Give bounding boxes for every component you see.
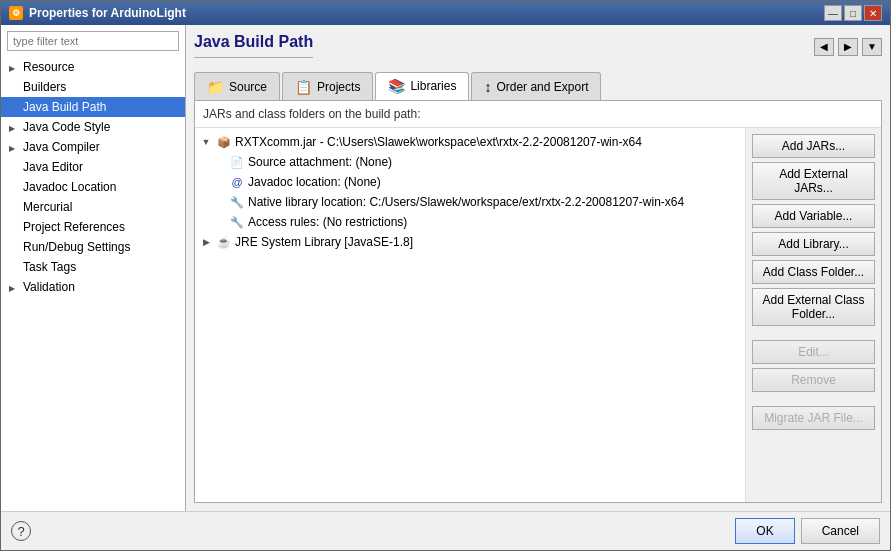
tree-item-javadoc-loc[interactable]: @ Javadoc location: (None)	[195, 172, 745, 192]
javadoc-loc-label: Javadoc location: (None)	[248, 175, 381, 189]
content-area: Resource Builders Java Build Path Java C…	[1, 25, 890, 511]
window-title: Properties for ArduinoLight	[29, 6, 186, 20]
dropdown-button[interactable]: ▼	[862, 38, 882, 56]
ok-button[interactable]: OK	[735, 518, 794, 544]
sidebar-item-label: Java Build Path	[23, 100, 106, 114]
sidebar-item-label: Mercurial	[23, 200, 72, 214]
sidebar-item-label: Validation	[23, 280, 75, 294]
expand-icon	[9, 140, 19, 154]
main-content: Java Build Path ◀ ▶ ▼ 📁 Source 📋 Project…	[186, 25, 890, 511]
sidebar-item-label: Builders	[23, 80, 66, 94]
jar-description: JARs and class folders on the build path…	[195, 101, 881, 128]
title-bar: ⚙ Properties for ArduinoLight — □ ✕	[1, 1, 890, 25]
back-button[interactable]: ◀	[814, 38, 834, 56]
maximize-button[interactable]: □	[844, 5, 862, 21]
sidebar-item-java-compiler[interactable]: Java Compiler	[1, 137, 185, 157]
order-export-icon: ↕	[484, 79, 491, 95]
remove-button[interactable]: Remove	[752, 368, 875, 392]
tree-item-rxtxcomm[interactable]: ▼ 📦 RXTXcomm.jar - C:\Users\Slawek\works…	[195, 132, 745, 152]
forward-button[interactable]: ▶	[838, 38, 858, 56]
sidebar-item-java-editor[interactable]: Java Editor	[1, 157, 185, 177]
tab-source[interactable]: 📁 Source	[194, 72, 280, 100]
sidebar-item-java-build-path[interactable]: Java Build Path	[1, 97, 185, 117]
help-icon[interactable]: ?	[11, 521, 31, 541]
source-attach-icon: 📄	[229, 154, 245, 170]
sidebar-item-label: Javadoc Location	[23, 180, 116, 194]
tab-projects-label: Projects	[317, 80, 360, 94]
tree-area[interactable]: ▼ 📦 RXTXcomm.jar - C:\Users\Slawek\works…	[195, 128, 746, 502]
libraries-icon: 📚	[388, 78, 405, 94]
minimize-button[interactable]: —	[824, 5, 842, 21]
tab-libraries[interactable]: 📚 Libraries	[375, 72, 469, 100]
close-button[interactable]: ✕	[864, 5, 882, 21]
jre-icon: ☕	[216, 234, 232, 250]
edit-button[interactable]: Edit...	[752, 340, 875, 364]
tree-item-native-lib[interactable]: 🔧 Native library location: C:/Users/Slaw…	[195, 192, 745, 212]
tabs: 📁 Source 📋 Projects 📚 Libraries ↕ Order …	[194, 72, 882, 100]
sidebar: Resource Builders Java Build Path Java C…	[1, 25, 186, 511]
jre-label: JRE System Library [JavaSE-1.8]	[235, 235, 413, 249]
sidebar-item-resource[interactable]: Resource	[1, 57, 185, 77]
jar-icon: 📦	[216, 134, 232, 150]
bottom-bar: ? OK Cancel	[1, 511, 890, 550]
add-library-button[interactable]: Add Library...	[752, 232, 875, 256]
sidebar-item-label: Java Compiler	[23, 140, 100, 154]
source-attach-label: Source attachment: (None)	[248, 155, 392, 169]
sidebar-item-javadoc-location[interactable]: Javadoc Location	[1, 177, 185, 197]
rxtxcomm-label: RXTXcomm.jar - C:\Users\Slawek\workspace…	[235, 135, 642, 149]
sidebar-item-validation[interactable]: Validation	[1, 277, 185, 297]
sidebar-item-label: Run/Debug Settings	[23, 240, 130, 254]
expand-icon	[9, 120, 19, 134]
tab-order-export-label: Order and Export	[496, 80, 588, 94]
sidebar-item-project-references[interactable]: Project References	[1, 217, 185, 237]
source-icon: 📁	[207, 79, 224, 95]
button-panel: Add JARs... Add External JARs... Add Var…	[746, 128, 881, 502]
add-class-folder-button[interactable]: Add Class Folder...	[752, 260, 875, 284]
javadoc-loc-icon: @	[229, 174, 245, 190]
add-jars-button[interactable]: Add JARs...	[752, 134, 875, 158]
sidebar-item-task-tags[interactable]: Task Tags	[1, 257, 185, 277]
access-rules-label: Access rules: (No restrictions)	[248, 215, 407, 229]
sidebar-item-label: Project References	[23, 220, 125, 234]
native-lib-label: Native library location: C:/Users/Slawek…	[248, 195, 684, 209]
filter-input[interactable]	[7, 31, 179, 51]
tree-item-jre[interactable]: ▶ ☕ JRE System Library [JavaSE-1.8]	[195, 232, 745, 252]
add-variable-button[interactable]: Add Variable...	[752, 204, 875, 228]
panel-body: ▼ 📦 RXTXcomm.jar - C:\Users\Slawek\works…	[195, 128, 881, 502]
build-path-panel: JARs and class folders on the build path…	[194, 100, 882, 503]
window-controls: — □ ✕	[824, 5, 882, 21]
sidebar-item-java-code-style[interactable]: Java Code Style	[1, 117, 185, 137]
add-external-class-folder-button[interactable]: Add External Class Folder...	[752, 288, 875, 326]
sidebar-item-label: Java Editor	[23, 160, 83, 174]
cancel-button[interactable]: Cancel	[801, 518, 880, 544]
bottom-buttons: OK Cancel	[735, 518, 880, 544]
sidebar-item-label: Resource	[23, 60, 74, 74]
rxtxcomm-expand-icon: ▼	[199, 137, 213, 147]
migrate-jar-button[interactable]: Migrate JAR File...	[752, 406, 875, 430]
tab-libraries-label: Libraries	[410, 79, 456, 93]
page-title: Java Build Path	[194, 33, 313, 58]
native-lib-icon: 🔧	[229, 194, 245, 210]
sidebar-item-label: Task Tags	[23, 260, 76, 274]
properties-window: ⚙ Properties for ArduinoLight — □ ✕ Reso…	[0, 0, 891, 551]
tree-item-access-rules[interactable]: 🔧 Access rules: (No restrictions)	[195, 212, 745, 232]
expand-icon	[9, 280, 19, 294]
jre-expand-icon: ▶	[199, 237, 213, 247]
access-rules-icon: 🔧	[229, 214, 245, 230]
app-icon: ⚙	[9, 6, 23, 20]
sidebar-item-builders[interactable]: Builders	[1, 77, 185, 97]
sidebar-items: Resource Builders Java Build Path Java C…	[1, 57, 185, 511]
tree-item-source-attach[interactable]: 📄 Source attachment: (None)	[195, 152, 745, 172]
sidebar-item-label: Java Code Style	[23, 120, 110, 134]
sidebar-item-mercurial[interactable]: Mercurial	[1, 197, 185, 217]
tab-source-label: Source	[229, 80, 267, 94]
add-external-jars-button[interactable]: Add External JARs...	[752, 162, 875, 200]
tab-projects[interactable]: 📋 Projects	[282, 72, 373, 100]
tab-order-export[interactable]: ↕ Order and Export	[471, 72, 601, 100]
projects-icon: 📋	[295, 79, 312, 95]
toolbar: ◀ ▶ ▼	[814, 38, 882, 56]
sidebar-item-run-debug-settings[interactable]: Run/Debug Settings	[1, 237, 185, 257]
expand-icon	[9, 60, 19, 74]
